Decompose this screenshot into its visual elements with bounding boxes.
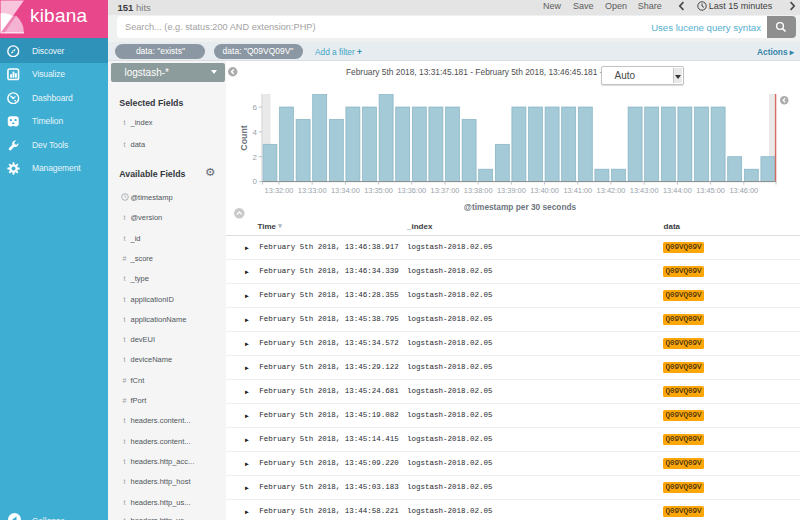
svg-text:13:40:00: 13:40:00 <box>530 186 559 195</box>
svg-text:0: 0 <box>253 177 258 186</box>
svg-text:13:32:00: 13:32:00 <box>265 186 294 195</box>
svg-text:2: 2 <box>253 153 258 162</box>
svg-text:4: 4 <box>253 128 258 137</box>
svg-text:13:37:00: 13:37:00 <box>431 186 460 195</box>
svg-text:13:36:00: 13:36:00 <box>397 186 426 195</box>
svg-text:13:43:00: 13:43:00 <box>630 186 659 195</box>
svg-text:13:34:00: 13:34:00 <box>331 186 360 195</box>
svg-text:Count: Count <box>239 125 249 150</box>
svg-text:13:46:00: 13:46:00 <box>729 186 758 195</box>
svg-text:13:33:00: 13:33:00 <box>298 186 327 195</box>
svg-text:13:45:00: 13:45:00 <box>696 186 725 195</box>
svg-text:6: 6 <box>253 103 258 112</box>
svg-text:13:41:00: 13:41:00 <box>563 186 592 195</box>
svg-text:13:39:00: 13:39:00 <box>497 186 526 195</box>
svg-text:13:38:00: 13:38:00 <box>464 186 493 195</box>
svg-text:13:35:00: 13:35:00 <box>364 186 393 195</box>
svg-text:13:44:00: 13:44:00 <box>663 186 692 195</box>
svg-text:13:42:00: 13:42:00 <box>597 186 626 195</box>
